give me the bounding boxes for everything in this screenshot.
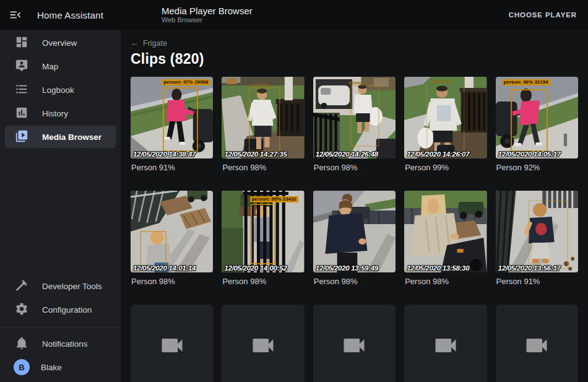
clip-caption: Person 92% — [496, 163, 578, 173]
page-header-titles: Media Player Browser Web Browser — [162, 6, 253, 24]
clip-thumbnail[interactable]: person: 95% 23432 12/05/2020 14:00:52 — [222, 191, 304, 272]
sidebar-item-developer-tools[interactable]: Developer Tools — [5, 275, 116, 297]
sidebar-item-history[interactable]: History — [5, 102, 116, 124]
clip-thumbnail[interactable]: person: 97% 29988 12/05/2020 14:38:47 — [131, 77, 213, 158]
page-title: Clips (820) — [131, 51, 578, 67]
breadcrumb-back[interactable]: ← Frigate — [131, 38, 167, 48]
folder-tile-last-month[interactable]: Last Month (318) — [404, 305, 486, 382]
sidebar-item-label: Configuration — [42, 305, 92, 315]
folder-thumbnail[interactable] — [222, 305, 304, 382]
clip-tile[interactable]: person: 95% 23432 12/05/2020 14:00:52 Pe… — [222, 191, 304, 295]
folder-tile-today[interactable]: Today (164) — [131, 305, 213, 382]
app-title: Home Assistant — [37, 10, 103, 20]
video-icon — [340, 332, 368, 359]
sidebar-divider — [0, 327, 121, 328]
choose-player-button[interactable]: CHOOSE PLAYER — [509, 11, 577, 19]
clip-tile[interactable]: 12/05/2020 14:26:07 Person 99% — [404, 77, 486, 181]
clip-scene-image — [222, 77, 304, 158]
media-browser-content: ← Frigate Clips (820) — [121, 30, 588, 382]
clip-caption: Person 98% — [222, 277, 304, 287]
clip-thumbnail[interactable]: 12/05/2020 14:26:07 — [404, 77, 486, 158]
clip-timestamp: 12/05/2020 13:59:49 — [316, 264, 378, 272]
sidebar-item-label: Developer Tools — [42, 282, 102, 291]
hammer-icon — [15, 279, 30, 293]
clip-caption: Person 98% — [131, 277, 213, 287]
clip-caption: Person 98% — [314, 277, 396, 287]
dashboard-icon — [15, 35, 30, 50]
detection-label: person: 96% 32154 — [502, 79, 550, 85]
clip-caption: Person 91% — [496, 277, 578, 287]
detection-bounding-box — [511, 89, 548, 152]
clip-thumbnail[interactable]: 12/05/2020 13:59:49 — [313, 191, 396, 272]
menu-open-icon[interactable] — [9, 7, 24, 22]
clip-tile[interactable]: 12/05/2020 13:58:30 Person 98% — [404, 191, 486, 295]
clip-thumbnail[interactable]: 12/05/2020 14:01:14 — [131, 191, 213, 272]
sidebar-item-notifications[interactable]: Notifications — [5, 332, 116, 355]
clip-thumbnail[interactable]: 12/05/2020 13:56:17 — [496, 191, 578, 272]
clip-thumbnail[interactable]: 12/05/2020 14:27:35 — [222, 77, 304, 158]
sidebar-item-media-browser[interactable]: Media Browser — [5, 126, 116, 148]
clip-caption: Person 98% — [222, 163, 304, 173]
video-icon — [249, 332, 277, 359]
sidebar: Overview Map Logbook History — [0, 30, 121, 382]
clip-timestamp: 12/05/2020 14:00:52 — [224, 264, 287, 272]
detection-label: person: 95% 23432 — [250, 196, 298, 202]
folder-thumbnail[interactable] — [404, 305, 486, 382]
detection-bounding-box — [251, 204, 275, 264]
map-person-icon — [15, 59, 30, 74]
clip-caption: Person 99% — [405, 163, 486, 173]
clip-scene-image — [313, 191, 396, 272]
clip-tile[interactable]: 12/05/2020 13:56:17 Person 91% — [496, 191, 578, 295]
clip-scene-image — [496, 191, 578, 272]
folder-grid-row: Today (164) Yesterday (209) This Month (… — [131, 305, 578, 382]
sidebar-item-label: Media Browser — [42, 132, 102, 142]
sidebar-item-label: Map — [42, 62, 58, 71]
gear-icon — [15, 302, 30, 317]
clip-tile[interactable]: 12/05/2020 14:27:35 Person 98% — [222, 77, 304, 181]
clip-timestamp: 12/05/2020 14:27:35 — [224, 150, 287, 158]
top-bar: Home Assistant Media Player Browser Web … — [0, 0, 588, 30]
video-icon — [158, 332, 186, 359]
folder-thumbnail[interactable] — [313, 305, 396, 382]
sidebar-spacer — [0, 149, 121, 275]
clip-caption: Person 91% — [131, 163, 213, 173]
video-icon — [523, 332, 550, 359]
sidebar-item-overview[interactable]: Overview — [5, 32, 116, 54]
sidebar-item-map[interactable]: Map — [5, 55, 116, 77]
sidebar-item-configuration[interactable]: Configuration — [5, 298, 116, 321]
clip-caption: Person 98% — [314, 163, 396, 173]
sidebar-item-user[interactable]: B Blake — [5, 356, 116, 378]
clip-timestamp: 12/05/2020 14:26:48 — [316, 150, 378, 158]
clip-tile[interactable]: 12/05/2020 14:26:48 Person 98% — [313, 77, 396, 181]
clip-grid-row1: person: 97% 29988 12/05/2020 14:38:47 Pe… — [131, 77, 578, 181]
topbar-main: Media Player Browser Web Browser CHOOSE … — [121, 6, 588, 24]
detection-label: person: 97% 29988 — [162, 79, 210, 85]
clip-thumbnail[interactable]: person: 96% 32154 12/05/2020 14:05:17 — [496, 77, 578, 158]
folder-thumbnail[interactable] — [131, 305, 213, 382]
clip-timestamp: 12/05/2020 14:38:47 — [133, 150, 196, 158]
sidebar-item-logbook[interactable]: Logbook — [5, 79, 116, 101]
chart-icon — [15, 106, 30, 121]
clip-thumbnail[interactable]: 12/05/2020 14:26:48 — [313, 77, 396, 158]
clip-tile[interactable]: person: 97% 29988 12/05/2020 14:38:47 Pe… — [131, 77, 213, 181]
sidebar-item-label: Overview — [42, 38, 77, 48]
clip-timestamp: 12/05/2020 14:01:14 — [133, 264, 196, 272]
clip-tile[interactable]: person: 96% 32154 12/05/2020 14:05:17 Pe… — [496, 77, 578, 181]
folder-tile-this-month[interactable]: This Month (502) — [313, 305, 396, 382]
user-avatar: B — [14, 359, 30, 375]
media-browser-icon — [15, 129, 30, 144]
panel-title: Media Player Browser — [162, 6, 253, 16]
back-arrow-icon: ← — [131, 38, 139, 48]
folder-thumbnail[interactable] — [496, 305, 578, 382]
folder-tile-yesterday[interactable]: Yesterday (209) — [222, 305, 304, 382]
detection-bounding-box — [163, 87, 198, 152]
sidebar-item-label: Notifications — [42, 339, 88, 349]
video-icon — [432, 332, 459, 359]
user-name: Blake — [41, 363, 62, 372]
clip-thumbnail[interactable]: 12/05/2020 13:58:30 — [404, 191, 486, 272]
clip-tile[interactable]: 12/05/2020 14:01:14 Person 98% — [131, 191, 213, 295]
clip-scene-image — [404, 191, 486, 272]
clip-timestamp: 12/05/2020 13:58:30 — [407, 264, 469, 272]
clip-tile[interactable]: 12/05/2020 13:59:49 Person 98% — [313, 191, 396, 295]
folder-tile-back[interactable]: Back (427) — [496, 305, 578, 382]
